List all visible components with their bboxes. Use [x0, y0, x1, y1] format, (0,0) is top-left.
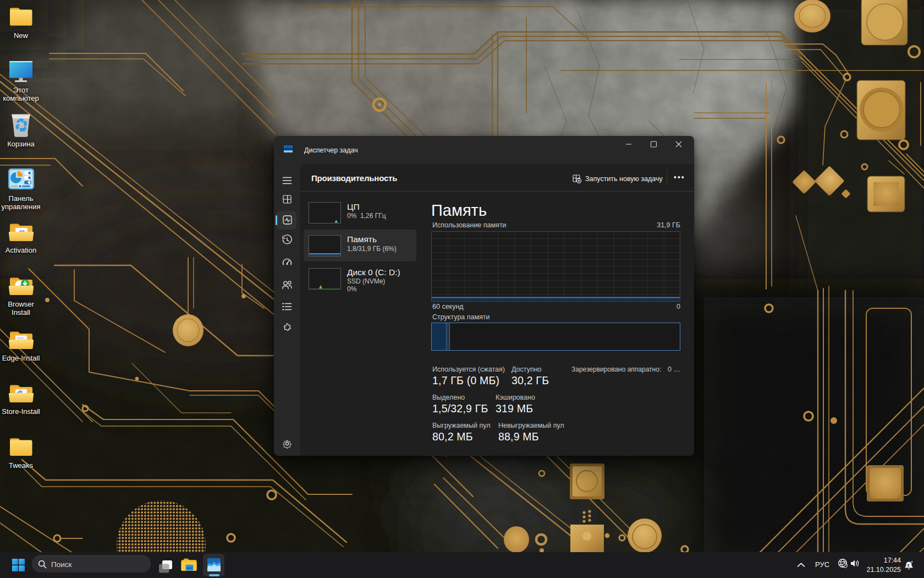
- svg-text:z: z: [908, 562, 910, 567]
- svg-text:z: z: [911, 560, 913, 563]
